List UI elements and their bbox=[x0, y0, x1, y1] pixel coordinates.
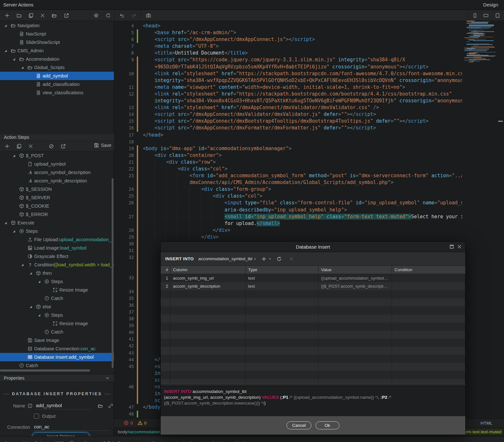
code-line-14[interactable]: 14 <script src="/dmxAppConnect/dmxValida… bbox=[114, 111, 504, 118]
output-checkbox[interactable] bbox=[34, 414, 39, 419]
step-accom-symb-description[interactable]: Aaccom_symb_description bbox=[0, 177, 114, 185]
table-empty-row[interactable] bbox=[161, 371, 465, 379]
tree-item-navscript[interactable]: NavScript bbox=[0, 30, 114, 38]
code-line[interactable]: for upload.</small> bbox=[114, 220, 504, 227]
code-line-17[interactable]: 17</head> bbox=[114, 132, 504, 139]
target-value[interactable]: AC Fake Server bbox=[100, 441, 131, 442]
expander-icon[interactable] bbox=[10, 230, 17, 233]
tag-class-chip[interactable]: form-text.text-muted bbox=[460, 428, 503, 435]
tree-item-accommodation[interactable]: Accommodation bbox=[0, 55, 114, 63]
step-steps[interactable]: Steps bbox=[0, 227, 114, 235]
column-header-condition[interactable]: Condition bbox=[392, 266, 465, 274]
tablet-portrait-button[interactable] bbox=[494, 12, 501, 19]
table-empty-row[interactable] bbox=[161, 347, 465, 355]
save-button[interactable]: Save bbox=[94, 143, 111, 148]
table-empty-row[interactable] bbox=[161, 331, 465, 339]
undo-button[interactable] bbox=[119, 12, 125, 19]
table-empty-row[interactable] bbox=[161, 290, 465, 298]
redo-button[interactable] bbox=[131, 12, 137, 19]
code-line-15[interactable]: 15 <script src="/dmxAppConnect/dmxBootst… bbox=[114, 118, 504, 125]
publish-button[interactable]: Publish bbox=[204, 440, 226, 442]
table-row-accom-symb-description[interactable]: 2accom_symb_descriptiontext{{$_POST.acco… bbox=[161, 282, 465, 290]
step-catch[interactable]: Catch bbox=[0, 361, 114, 370]
phone-button[interactable] bbox=[472, 12, 478, 19]
camera-button[interactable] bbox=[145, 12, 152, 19]
code-line-22[interactable]: 22 <div class="col"> bbox=[114, 166, 504, 172]
expander-icon[interactable] bbox=[2, 221, 9, 225]
folder-open-button[interactable] bbox=[51, 12, 57, 19]
abort-button[interactable]: Abort bbox=[234, 440, 252, 442]
copy-button[interactable] bbox=[28, 12, 34, 19]
code-line-23[interactable]: 23 <form id="add_accommodation_symbol_fo… bbox=[114, 172, 504, 179]
code-line-29[interactable]: 29 </div> bbox=[114, 234, 504, 241]
plus-button[interactable] bbox=[4, 12, 10, 19]
ok-button[interactable]: Ok bbox=[316, 421, 339, 429]
step-session[interactable]: $_SESSION bbox=[0, 185, 114, 193]
tablet-landscape-button[interactable] bbox=[483, 12, 489, 19]
expander-icon[interactable] bbox=[19, 263, 26, 267]
expander-icon[interactable] bbox=[10, 57, 17, 61]
table-select[interactable]: accommodation_symbol_tbl ▾ bbox=[198, 256, 256, 261]
step-grayscale-effect[interactable]: Grayscale Effect bbox=[0, 252, 114, 261]
step-resize-image[interactable]: Resize Image bbox=[0, 319, 114, 328]
step-cookie[interactable]: $_COOKIE bbox=[0, 202, 114, 210]
plus-button[interactable] bbox=[4, 143, 10, 149]
code-line[interactable]: dmxConnect/api/CMS_Admin/Accommodation/G… bbox=[114, 179, 504, 186]
step-database-insert-add-symbol[interactable]: Database Insert: add_symbol bbox=[0, 353, 114, 361]
expander-icon[interactable] bbox=[35, 280, 43, 283]
close-button[interactable] bbox=[39, 12, 46, 19]
folder-button[interactable] bbox=[16, 12, 22, 19]
share-button[interactable] bbox=[63, 12, 70, 19]
properties-header[interactable]: Properties bbox=[0, 374, 114, 382]
code-line[interactable]: integrity="sha384-wvfXpqpZZVQGK6TAh5PVlG… bbox=[114, 77, 504, 84]
code-line-8[interactable]: 8 <title>Untitled Document</title> bbox=[114, 50, 504, 57]
table-empty-row[interactable] bbox=[161, 323, 465, 331]
step-post[interactable]: $_POST bbox=[0, 151, 114, 160]
code-line-13[interactable]: 13 <link rel="stylesheet" href="/dmxAppC… bbox=[114, 104, 504, 111]
code-line-9[interactable]: 9 <script src="https://code.jquery.com/j… bbox=[114, 57, 504, 63]
tree-item-cms-admin[interactable]: CMS_Admin bbox=[0, 46, 114, 55]
share-button[interactable] bbox=[60, 143, 66, 149]
column-header-column[interactable]: Column bbox=[170, 266, 246, 274]
tree-item-add-classification[interactable]: add_classification bbox=[0, 80, 114, 88]
gear-icon[interactable] bbox=[69, 440, 75, 442]
expander-icon[interactable] bbox=[35, 314, 43, 317]
step-steps[interactable]: Steps bbox=[0, 311, 114, 319]
expander-icon[interactable] bbox=[2, 49, 9, 53]
refresh-button[interactable] bbox=[105, 12, 111, 19]
refresh-button[interactable] bbox=[277, 256, 283, 262]
step-condition-load-symbol-width-load-symbol-height[interactable]: ?Condition {{load_symbol.width > load_sy… bbox=[0, 261, 114, 269]
dialog-splitter[interactable] bbox=[161, 384, 465, 386]
table-empty-row[interactable] bbox=[161, 314, 465, 323]
folder-open-icon[interactable] bbox=[98, 403, 103, 408]
add-column-button[interactable] bbox=[261, 256, 268, 262]
step-resize-image[interactable]: Resize Image bbox=[0, 286, 114, 294]
code-line-21[interactable]: 21 <div class="row"> bbox=[114, 159, 504, 166]
table-empty-row[interactable] bbox=[161, 339, 465, 347]
column-header-value[interactable]: Value bbox=[318, 266, 392, 274]
code-line-11[interactable]: 11 <meta name="viewport" content="width=… bbox=[114, 84, 504, 91]
close-icon[interactable] bbox=[457, 244, 462, 249]
maximize-icon[interactable] bbox=[449, 244, 454, 249]
steps-vertical-scrollbar[interactable] bbox=[112, 178, 114, 368]
column-header-num[interactable]: # bbox=[161, 266, 170, 274]
ban-button[interactable] bbox=[48, 143, 55, 149]
expander-icon[interactable] bbox=[10, 154, 17, 158]
step-server[interactable]: $_SERVER bbox=[0, 193, 114, 202]
table-empty-row[interactable] bbox=[161, 379, 465, 384]
code-line-25[interactable]: 25 <div class="col"> bbox=[114, 193, 504, 200]
steps-horizontal-scrollbar[interactable] bbox=[0, 369, 90, 372]
language-mode[interactable]: HTML bbox=[480, 421, 492, 426]
table-empty-row[interactable] bbox=[161, 298, 465, 306]
step-file-upload-upload-accommodation-symbol[interactable]: File Upload: upload_accommodation_symbol bbox=[0, 235, 114, 244]
copy-button[interactable] bbox=[16, 143, 22, 149]
step-error[interactable]: $_ERROR bbox=[0, 210, 114, 219]
dialog-title-bar[interactable]: Database Insert bbox=[161, 242, 465, 252]
step-steps[interactable]: Steps bbox=[0, 277, 114, 286]
step-execute[interactable]: Execute bbox=[0, 219, 114, 227]
table-row-accom-symb-img-url[interactable]: 1accom_symb_img_urltext{{upload_accommod… bbox=[161, 274, 465, 282]
code-line-26[interactable]: 26 <input type="file" class="form-contro… bbox=[114, 200, 504, 206]
code-line-16[interactable]: 16 <script src="/dmxAppConnect/dmxFormat… bbox=[114, 125, 504, 131]
table-empty-row[interactable] bbox=[161, 363, 465, 371]
tree-item-add-symbol[interactable]: add_symbol bbox=[0, 72, 114, 80]
